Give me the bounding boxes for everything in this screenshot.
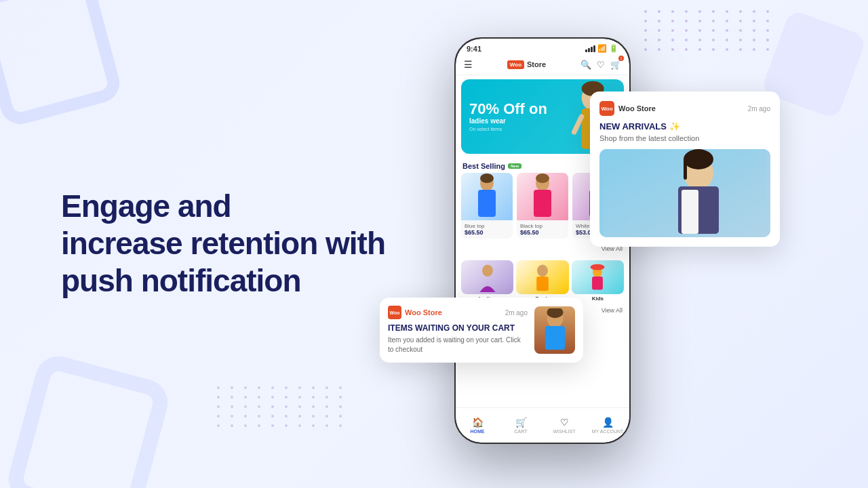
svg-rect-13 <box>478 190 496 217</box>
nav-item-cart[interactable]: 🛒 CART <box>499 417 542 434</box>
hamburger-icon[interactable]: ☰ <box>464 59 473 70</box>
category-kids[interactable]: Kids <box>572 260 624 302</box>
category-ladies-image <box>461 260 513 294</box>
notif-sender: Woo Woo Store <box>599 101 656 116</box>
svg-rect-4 <box>702 190 717 234</box>
cart-nav-icon: 🛒 <box>515 417 527 428</box>
account-icon: 👤 <box>602 417 614 428</box>
banner-small-text: On select items <box>469 127 547 131</box>
product-card-1[interactable]: Blue top $65.50 <box>461 173 513 239</box>
search-icon[interactable]: 🔍 <box>580 60 591 70</box>
svg-rect-16 <box>534 190 551 217</box>
product-image-2 <box>517 173 568 220</box>
wishlist-icon[interactable]: ♡ <box>597 60 605 70</box>
svg-point-17 <box>536 174 549 183</box>
cart-notif-title: ITEMS WAITING ON YOUR CART <box>388 323 528 333</box>
nav-item-account[interactable]: 👤 MY ACCOUNT <box>586 417 629 434</box>
status-icons: 📶 🔋 <box>585 44 618 53</box>
product-name-2: Black top <box>520 223 565 229</box>
cart-notif-store-icon: Woo <box>388 306 401 319</box>
notif-store-icon: Woo <box>599 101 614 116</box>
cart-notif-store-name: Woo Store <box>405 308 442 317</box>
notif-time: 2m ago <box>748 105 770 113</box>
bottom-nav: 🏠 HOME 🛒 CART ♡ WISHLIST 👤 MY ACCOUNT <box>456 407 629 443</box>
dot-grid-bottomleft <box>217 386 346 427</box>
svg-rect-25 <box>592 277 603 289</box>
category-kids-image <box>572 260 624 294</box>
main-heading: Engage and increase retention with push … <box>61 188 385 300</box>
banner-percent: 70% Off on <box>469 102 547 117</box>
nav-item-wishlist[interactable]: ♡ WISHLIST <box>542 417 586 434</box>
nav-logo: Woo Store <box>507 60 546 69</box>
cart-icon[interactable]: 🛒 <box>610 60 621 70</box>
notif-desc: Shop from the latest collection <box>599 134 770 142</box>
bg-shape-bottomleft <box>3 351 173 488</box>
category-ladies[interactable]: Ladies <box>461 260 513 302</box>
cart-notif-header: Woo Woo Store 2m ago <box>388 306 528 319</box>
notif-store-name: Woo Store <box>618 104 656 113</box>
cart-notif-time: 2m ago <box>505 309 528 317</box>
cart-label: CART <box>515 429 528 434</box>
trending-view-all[interactable]: View All <box>601 307 623 315</box>
svg-rect-6 <box>684 159 687 180</box>
banner-text-area: 70% Off on ladies wear On select items <box>469 102 547 131</box>
cart-icon-wrapper[interactable]: 🛒 1 <box>610 58 621 70</box>
home-label: HOME <box>471 429 485 434</box>
svg-rect-28 <box>545 326 564 350</box>
product-name-1: Blue top <box>465 223 509 229</box>
store-text: Store <box>527 60 546 68</box>
product-image-1 <box>461 173 513 220</box>
notif-title: NEW ARRIVALS ✨ <box>599 121 770 131</box>
svg-point-22 <box>537 265 548 277</box>
status-bar: 9:41 📶 🔋 <box>456 39 629 56</box>
cart-notif-image <box>534 306 575 354</box>
category-gents[interactable]: Gents <box>516 260 568 302</box>
best-selling-title: Best Selling <box>462 162 505 170</box>
banner-sub: ladies wear <box>469 117 547 125</box>
svg-rect-3 <box>682 190 698 234</box>
wishlist-nav-icon: ♡ <box>560 417 569 428</box>
nav-item-home[interactable]: 🏠 HOME <box>456 417 499 434</box>
svg-line-11 <box>574 117 582 132</box>
cart-notif-desc: Item you added is waiting on your cart. … <box>388 336 528 354</box>
left-content: Engage and increase retention with push … <box>61 188 385 300</box>
notif-header: Woo Woo Store 2m ago <box>599 101 770 116</box>
bg-shape-topleft <box>0 0 124 129</box>
account-label: MY ACCOUNT <box>592 429 624 434</box>
product-info-1: Blue top $65.50 <box>461 220 513 239</box>
woo-logo-badge: Woo <box>507 60 524 69</box>
product-price-2: $65.50 <box>520 229 565 236</box>
svg-point-21 <box>482 265 493 277</box>
phone-wrapper: Woo Woo Store 2m ago NEW ARRIVALS ✨ Shop… <box>542 37 760 471</box>
phone-navbar: ☰ Woo Store 🔍 ♡ 🛒 1 <box>456 56 629 75</box>
wishlist-label: WISHLIST <box>553 429 575 434</box>
cart-notif-sender: Woo Woo Store <box>388 306 442 319</box>
category-gents-image <box>516 260 568 294</box>
cart-notif-content: Woo Woo Store 2m ago ITEMS WAITING ON YO… <box>388 306 528 354</box>
nav-icons: 🔍 ♡ 🛒 1 <box>580 58 621 70</box>
notification-new-arrivals[interactable]: Woo Woo Store 2m ago NEW ARRIVALS ✨ Shop… <box>590 92 780 247</box>
product-card-2[interactable]: Black top $65.50 <box>517 173 568 239</box>
cart-badge: 1 <box>618 56 624 61</box>
notif-product-image <box>599 149 770 237</box>
svg-point-5 <box>684 149 713 169</box>
signal-bars <box>585 45 595 52</box>
svg-point-26 <box>591 264 605 270</box>
product-info-2: Black top $65.50 <box>517 220 568 239</box>
status-time: 9:41 <box>467 45 481 53</box>
best-selling-title-row: Best Selling New <box>462 162 521 170</box>
svg-rect-23 <box>536 277 549 291</box>
home-icon: 🏠 <box>472 417 484 428</box>
notification-cart[interactable]: Woo Woo Store 2m ago ITEMS WAITING ON YO… <box>380 298 583 363</box>
new-badge: New <box>508 163 521 169</box>
product-price-1: $65.50 <box>465 229 509 236</box>
svg-point-14 <box>480 174 494 183</box>
